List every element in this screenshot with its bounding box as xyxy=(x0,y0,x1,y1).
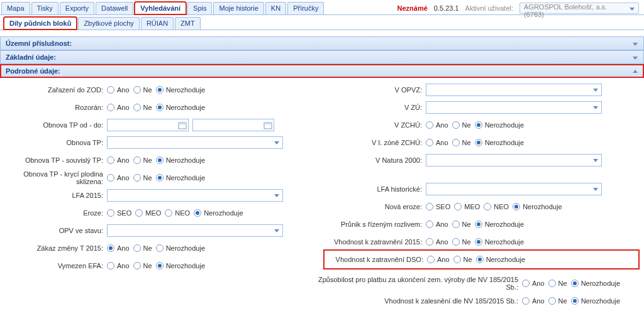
radio-neroze-seo[interactable]: SEO xyxy=(426,203,450,210)
radio-kryci-ano[interactable]: Ano xyxy=(107,174,130,182)
tab-datawell[interactable]: Datawell xyxy=(96,2,133,14)
radio-kryci-ne[interactable]: Ne xyxy=(133,174,152,182)
expand-icon[interactable] xyxy=(631,53,640,62)
opv-ve-stavu-combo[interactable] xyxy=(107,224,283,237)
row-vhodnost-dso: Vhodnost k zatravnění DSO: Ano Ne Nerozh… xyxy=(325,251,638,268)
radio-zpus-ne[interactable]: Ne xyxy=(548,280,567,287)
svg-rect-7 xyxy=(264,123,272,124)
radio-zpus-neroz[interactable]: Nerozhoduje xyxy=(571,280,620,287)
tab-moje-historie[interactable]: Moje historie xyxy=(213,2,264,14)
section-podrobne-udaje[interactable]: Podrobné údaje: xyxy=(0,64,644,78)
radio-neroze-neo[interactable]: NEO xyxy=(484,203,509,210)
radio-zales-ne[interactable]: Ne xyxy=(548,297,567,305)
radio-souvisly-neroz[interactable]: Nerozhoduje xyxy=(156,156,205,164)
podrobne-udaje-body: Zařazení do ZOD: Ano Ne Nerozhoduje Rozo… xyxy=(0,78,644,313)
lfa-2015-combo[interactable] xyxy=(107,189,283,202)
radio-eroze-seo[interactable]: SEO xyxy=(107,209,131,217)
tab-exporty[interactable]: Exporty xyxy=(60,2,94,14)
label-v-zu: V ZÚ: xyxy=(325,104,426,111)
radio-souvisly-ne[interactable]: Ne xyxy=(133,156,152,164)
radio-rozoran-ne[interactable]: Ne xyxy=(133,104,152,111)
label-v-natura-2000: V Natura 2000: xyxy=(325,156,426,164)
svg-marker-12 xyxy=(593,106,598,109)
tab-kn[interactable]: KN xyxy=(265,2,286,14)
collapse-icon[interactable] xyxy=(631,67,640,76)
label-v-opvz: V OPVZ: xyxy=(325,86,426,94)
svg-marker-9 xyxy=(274,194,279,197)
radio-izone-neroz[interactable]: Nerozhoduje xyxy=(475,139,524,146)
radio-zpus-ano[interactable]: Ano xyxy=(522,280,545,287)
radio-eroze-meo[interactable]: MEO xyxy=(135,209,161,217)
expand-icon[interactable] xyxy=(631,40,640,48)
lfa-historicke-combo[interactable] xyxy=(426,183,602,195)
section-title: Územní příslušnost: xyxy=(6,40,72,47)
radio-zchu-ano[interactable]: Ano xyxy=(426,121,448,129)
subtab-zmt[interactable]: ZMT xyxy=(175,17,201,30)
radio-rozliv-ano[interactable]: Ano xyxy=(426,221,448,228)
tab-mapa[interactable]: Mapa xyxy=(1,2,30,14)
tab-spis[interactable]: Spis xyxy=(187,2,212,14)
svg-marker-8 xyxy=(274,141,279,144)
svg-marker-3 xyxy=(633,70,638,73)
obnova-tp-do-input[interactable] xyxy=(192,119,274,131)
label-obnova-tp-souvisly: Obnova TP - souvislý TP: xyxy=(6,156,107,164)
svg-marker-0 xyxy=(630,8,635,11)
section-zakladni-udaje[interactable]: Základní údaje: xyxy=(0,50,644,64)
active-user-select[interactable]: AGROSPOL Bolehošť, a.s. (6763) xyxy=(519,3,639,14)
radio-v2015-ne[interactable]: Ne xyxy=(452,238,471,246)
tab-prirucky[interactable]: Příručky xyxy=(287,2,324,14)
label-prunik-rozliv: Průnik s řízeným rozlivem: xyxy=(325,221,426,228)
radio-dso-neroz[interactable]: Nerozhoduje xyxy=(476,256,525,263)
radio-izone-ne[interactable]: Ne xyxy=(452,139,471,146)
v-opvz-combo[interactable] xyxy=(426,84,602,96)
label-obnova-tp-od-do: Obnova TP od - do: xyxy=(6,121,107,129)
radio-zod-neroz[interactable]: Nerozhoduje xyxy=(156,86,205,94)
radio-dso-ne[interactable]: Ne xyxy=(453,256,472,263)
chevron-down-icon xyxy=(272,138,281,147)
radio-rozliv-ne[interactable]: Ne xyxy=(452,221,471,228)
label-opv-ve-stavu: OPV ve stavu: xyxy=(6,227,107,234)
radio-zales-neroz[interactable]: Nerozhoduje xyxy=(571,297,620,305)
radio-zales-ano[interactable]: Ano xyxy=(522,297,545,305)
radio-v2015-ano[interactable]: Ano xyxy=(426,238,448,246)
radio-zakaz-neroz[interactable]: Nerozhoduje xyxy=(156,244,205,252)
subtab-zbytkove-plochy[interactable]: Zbytkové plochy xyxy=(78,17,139,30)
radio-dso-ano[interactable]: Ano xyxy=(427,256,450,263)
tab-tisky[interactable]: Tisky xyxy=(31,2,58,14)
section-uzemni-prislusnost[interactable]: Územní příslušnost: xyxy=(0,36,644,50)
radio-efa-ne[interactable]: Ne xyxy=(133,262,152,270)
radio-rozliv-neroz[interactable]: Nerozhoduje xyxy=(475,221,524,228)
radio-eroze-neo[interactable]: NEO xyxy=(165,209,190,217)
radio-zakaz-ano[interactable]: Ano xyxy=(107,244,130,252)
radio-zod-ano[interactable]: Ano xyxy=(107,86,130,94)
svg-marker-10 xyxy=(274,229,279,232)
v-zu-combo[interactable] xyxy=(426,101,602,114)
radio-kryci-neroz[interactable]: Nerozhoduje xyxy=(156,174,205,182)
obnova-tp-od-input[interactable] xyxy=(107,119,189,131)
radio-eroze-neroz[interactable]: Nerozhoduje xyxy=(194,209,243,217)
calendar-icon[interactable] xyxy=(178,121,187,129)
radio-efa-neroz[interactable]: Nerozhoduje xyxy=(156,262,205,270)
subtab-ruian[interactable]: RÚIAN xyxy=(141,17,174,30)
obnova-tp-combo[interactable] xyxy=(107,136,283,149)
label-nova-eroze: Nová eroze: xyxy=(325,203,426,210)
radio-neroze-neroz[interactable]: Nerozhoduje xyxy=(513,203,562,210)
subtab-dily-pudnich-bloku[interactable]: Díly půdních bloků xyxy=(4,17,77,30)
radio-neroze-meo[interactable]: MEO xyxy=(454,203,480,210)
calendar-icon[interactable] xyxy=(264,121,272,129)
svg-marker-14 xyxy=(593,188,598,191)
radio-zakaz-ne[interactable]: Ne xyxy=(133,244,152,252)
radio-zod-ne[interactable]: Ne xyxy=(133,86,152,94)
radio-rozoran-neroz[interactable]: Nerozhoduje xyxy=(156,104,205,111)
radio-efa-ano[interactable]: Ano xyxy=(107,262,130,270)
radio-zchu-ne[interactable]: Ne xyxy=(452,121,471,129)
radio-souvisly-ano[interactable]: Ano xyxy=(107,156,130,164)
natura-2000-combo[interactable] xyxy=(426,154,602,166)
label-zakaz-zmeny-t-2015: Zákaz změny T 2015: xyxy=(6,244,107,252)
radio-v2015-neroz[interactable]: Nerozhoduje xyxy=(475,238,524,246)
chevron-down-icon xyxy=(272,226,281,235)
radio-rozoran-ano[interactable]: Ano xyxy=(107,104,130,111)
radio-zchu-neroz[interactable]: Nerozhoduje xyxy=(475,121,524,129)
tab-vyhledavani[interactable]: Vyhledávání xyxy=(135,2,186,14)
radio-izone-ano[interactable]: Ano xyxy=(426,139,448,146)
